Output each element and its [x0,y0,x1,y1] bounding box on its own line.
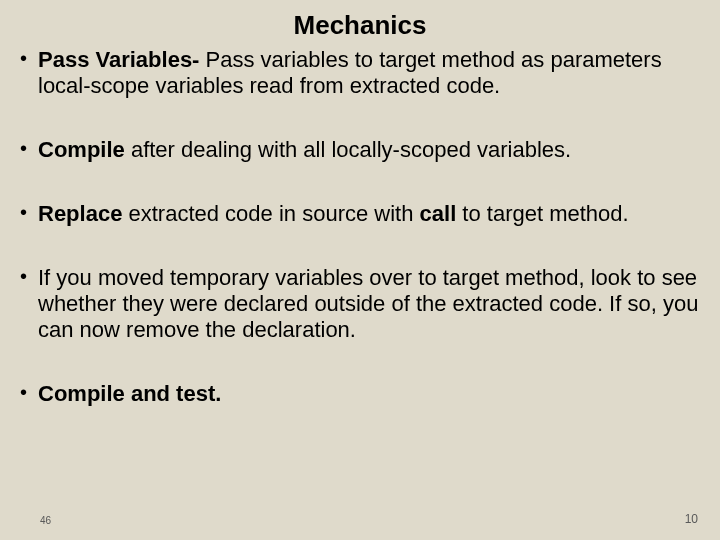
page-number: 10 [685,512,698,526]
slide: Mechanics Pass Variables- Pass variables… [0,0,720,540]
bullet-strong: Replace [38,201,122,226]
bullet-text: to target method. [456,201,628,226]
bullet-text: extracted code in source with [122,201,419,226]
bullet-item: Compile after dealing with all locally-s… [18,137,702,163]
bullet-text: after dealing with all locally-scoped va… [125,137,571,162]
bullet-item: Compile and test. [18,381,702,407]
page-number-secondary: 46 [40,515,51,526]
bullet-strong: Compile and test. [38,381,221,406]
bullet-text: If you moved temporary variables over to… [38,265,698,342]
bullet-list: Pass Variables- Pass variables to target… [0,47,720,407]
bullet-strong: Compile [38,137,125,162]
bullet-strong: call [420,201,457,226]
bullet-item: Replace extracted code in source with ca… [18,201,702,227]
bullet-strong: Pass Variables- [38,47,199,72]
bullet-item: Pass Variables- Pass variables to target… [18,47,702,99]
slide-title: Mechanics [0,0,720,47]
bullet-item: If you moved temporary variables over to… [18,265,702,343]
